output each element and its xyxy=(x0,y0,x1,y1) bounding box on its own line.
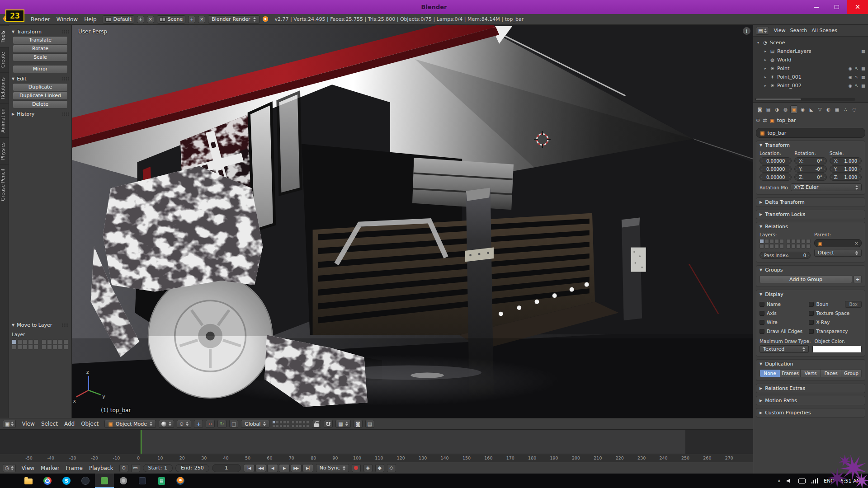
layer-toggle[interactable] xyxy=(287,424,290,427)
panel-move-to-layer-header[interactable]: ▼ Move to Layer xyxy=(12,321,68,329)
jump-to-next-keyframe-button[interactable]: ▶▶ xyxy=(291,464,302,472)
layer-toggle[interactable] xyxy=(52,345,57,350)
spreadsheet-app[interactable]: ▤ xyxy=(152,474,171,488)
bounds-type-dropdown[interactable]: Box xyxy=(845,301,862,308)
layer-toggle[interactable] xyxy=(287,421,290,424)
show-hidden-icons-chevron[interactable]: ∧ xyxy=(778,479,781,483)
layer-toggle[interactable] xyxy=(791,244,796,249)
delete-layout-button[interactable]: × xyxy=(147,16,154,23)
collapse-icon[interactable]: ▾ xyxy=(756,41,760,45)
properties-tab-particles[interactable]: ∴ xyxy=(842,105,849,113)
menu-window[interactable]: Window xyxy=(53,16,81,23)
properties-tab-render[interactable]: ◙ xyxy=(756,105,764,113)
jump-to-start-button[interactable]: |◀ xyxy=(244,464,255,472)
view3d-menu-select[interactable]: Select xyxy=(38,421,61,427)
current-frame-field[interactable]: 1 xyxy=(212,464,241,472)
layer-toggle[interactable] xyxy=(299,424,302,427)
browse-icon[interactable]: ⇄ xyxy=(763,117,767,123)
panel-relations-header[interactable]: ▼ Relations xyxy=(756,222,865,231)
layer-toggle[interactable] xyxy=(33,339,38,344)
tool-button-mirror[interactable]: Mirror xyxy=(13,65,68,73)
tool-button-scale[interactable]: Scale xyxy=(13,53,68,61)
tool-button-duplicate-linked[interactable]: Duplicate Linked xyxy=(13,92,68,100)
scale-y-field[interactable]: Y:1.000 xyxy=(830,165,862,173)
layer-toggle[interactable] xyxy=(63,345,68,350)
pass-index-field[interactable]: Pass Index: 0 xyxy=(760,252,811,259)
parent-field[interactable]: ▣ × xyxy=(814,239,862,247)
frame-range-icon-button[interactable]: ▭ xyxy=(131,464,140,472)
window-titlebar[interactable]: Blender × xyxy=(0,0,868,14)
selectability-cursor-icon[interactable]: ↖ xyxy=(855,83,859,88)
layer-toggle[interactable] xyxy=(58,345,63,350)
layer-toggle[interactable] xyxy=(52,339,57,344)
outliner-editor-type-button[interactable]: ▤ xyxy=(756,27,769,35)
play-button[interactable]: ▶ xyxy=(279,464,290,472)
checkbox-axis[interactable] xyxy=(760,311,764,316)
toolshelf-tab-grease-pencil[interactable]: Grease Pencil xyxy=(0,164,9,206)
layer-toggle[interactable] xyxy=(272,421,275,424)
timeline-menu-marker[interactable]: Marker xyxy=(38,465,62,471)
jump-to-prev-keyframe-button[interactable]: ◀◀ xyxy=(255,464,266,472)
panel-groups-header[interactable]: ▼ Groups xyxy=(756,266,865,274)
properties-tab-modifiers[interactable]: ◣ xyxy=(807,105,815,113)
layer-toggle[interactable] xyxy=(23,339,28,344)
add-scene-button[interactable]: + xyxy=(188,16,195,23)
jump-to-end-button[interactable]: ▶| xyxy=(302,464,313,472)
gray-app[interactable] xyxy=(114,474,133,488)
maximum-draw-type-dropdown[interactable]: Textured xyxy=(760,345,809,353)
layer-toggle[interactable] xyxy=(17,339,22,344)
outliner-row-renderlayers[interactable]: ▸▤RenderLayers▦ xyxy=(753,47,868,56)
panel-display-header[interactable]: ▼ Display xyxy=(756,290,865,299)
layer-toggle[interactable] xyxy=(801,244,806,249)
layer-toggle[interactable] xyxy=(764,239,769,244)
layer-toggle[interactable] xyxy=(28,345,33,350)
end-frame-field[interactable]: End: 250 xyxy=(175,464,209,472)
render-camera-icon[interactable]: ▦ xyxy=(861,49,865,54)
mode-dropdown[interactable]: ▣ Object Mode xyxy=(104,420,156,428)
view3d-menu-view[interactable]: View xyxy=(19,421,38,427)
view3d-menu-object[interactable]: Object xyxy=(78,421,102,427)
panel-relations-extras[interactable]: ▶Relations Extras xyxy=(756,384,865,393)
scale-z-field[interactable]: Z:1.000 xyxy=(830,174,862,181)
snap-element-dropdown[interactable]: ▦ xyxy=(335,420,350,428)
layer-toggle[interactable] xyxy=(806,244,811,249)
tool-button-duplicate[interactable]: Duplicate xyxy=(13,83,68,91)
expand-icon[interactable]: ▸ xyxy=(763,58,768,62)
layer-toggle[interactable] xyxy=(769,244,774,249)
timeline-menu-frame[interactable]: Frame xyxy=(63,465,86,471)
add-to-group-button[interactable]: Add to Group xyxy=(760,275,852,283)
delete-scene-button[interactable]: × xyxy=(198,16,205,23)
layer-toggle[interactable] xyxy=(23,345,28,350)
layer-toggle[interactable] xyxy=(295,421,298,424)
clear-parent-icon[interactable]: × xyxy=(854,240,859,246)
view3d-menu-add[interactable]: Add xyxy=(61,421,78,427)
current-frame-indicator[interactable] xyxy=(141,430,142,454)
menu-render[interactable]: Render xyxy=(28,16,53,23)
layer-toggle[interactable] xyxy=(779,239,784,244)
touch-keyboard-icon[interactable] xyxy=(798,479,806,483)
timeline-editor-type-button[interactable]: ◷ xyxy=(3,464,16,472)
panel-custom-properties[interactable]: ▶Custom Properties xyxy=(756,408,865,418)
panel-delta-transform[interactable]: ▶Delta Transform xyxy=(756,197,865,207)
parent-type-dropdown[interactable]: Object xyxy=(814,249,862,257)
properties-tab-constraints[interactable]: ◉ xyxy=(799,105,807,113)
transform-orientation-dropdown[interactable]: Global xyxy=(241,420,269,428)
panel-transform-locks[interactable]: ▶Transform Locks xyxy=(756,210,865,219)
clock[interactable]: 6:51 AM xyxy=(840,478,861,484)
layer-toggle[interactable] xyxy=(764,244,769,249)
layer-toggle[interactable] xyxy=(276,421,279,424)
layer-toggle[interactable] xyxy=(299,421,302,424)
layer-toggle[interactable] xyxy=(302,424,306,427)
scene-selector[interactable]: Scene xyxy=(157,15,186,23)
layer-toggle[interactable] xyxy=(42,345,47,350)
opengl-render-button[interactable]: ◙ xyxy=(354,420,363,428)
tool-button-delete[interactable]: Delete xyxy=(13,100,68,108)
expand-icon[interactable]: ▸ xyxy=(763,84,768,88)
checkbox-x-ray[interactable] xyxy=(809,320,814,325)
checkbox-transparency[interactable] xyxy=(809,329,814,334)
outliner-row-point-001[interactable]: ▸☀Point_001◉↖▦ xyxy=(753,73,868,81)
translate-manipulator-button[interactable]: ↔ xyxy=(206,420,215,428)
toolshelf-tab-physics[interactable]: Physics xyxy=(0,137,9,164)
layer-toggle[interactable] xyxy=(47,339,52,344)
render-engine-dropdown[interactable]: Blender Render xyxy=(208,15,259,23)
